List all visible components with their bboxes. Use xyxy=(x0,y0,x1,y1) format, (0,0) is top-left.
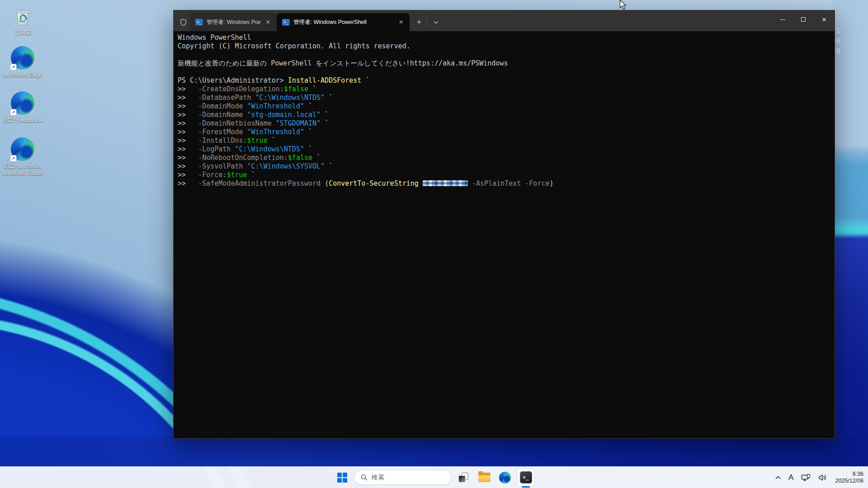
redacted-password xyxy=(423,180,468,186)
bginfo-fragment: 1 xyxy=(836,25,843,36)
tray-time: 6:36 xyxy=(835,471,863,478)
maximize-icon xyxy=(801,17,806,22)
shortcut-arrow-icon: ↗ xyxy=(10,109,17,116)
terminal-line: >> -SysvolPath "C:\Windows\SYSVOL" ` xyxy=(178,162,831,171)
taskbar: 検索 >_ A xyxy=(0,466,868,488)
task-view-icon xyxy=(458,472,469,483)
bginfo-fragment: 6 xyxy=(836,36,843,46)
terminal-tab-bar: >_ 管理者: Windows PowerShell ✕ >_ 管理者: Win… xyxy=(174,10,835,31)
folder-icon xyxy=(478,473,491,482)
window-controls: ✕ xyxy=(772,10,835,31)
speaker-icon xyxy=(818,474,827,481)
ime-mode-button[interactable]: A xyxy=(786,469,796,486)
taskbar-search-input[interactable]: 検索 xyxy=(354,470,452,485)
tab-bar-divider xyxy=(427,18,427,26)
ethernet-network-icon xyxy=(801,474,811,482)
tab-dropdown-button[interactable] xyxy=(429,14,443,30)
bginfo-fragment: 8 xyxy=(836,46,843,56)
search-placeholder: 検索 xyxy=(372,474,384,482)
chevron-up-icon xyxy=(775,476,781,479)
terminal-line: >> -DomainName "stg-domain.local" ` xyxy=(178,111,831,119)
taskbar-center-group: 検索 >_ xyxy=(333,467,535,488)
edge-icon: ↗ xyxy=(11,46,34,70)
desktop-icon-recycle-bin[interactable]: ごみ箱 xyxy=(1,6,44,36)
recycle-bin-icon xyxy=(12,6,33,27)
terminal-line: >> -DatabasePath "C:\Windows\NTDS" ` xyxy=(178,94,831,102)
terminal-line: >> -ForestMode "WinThreshold" ` xyxy=(178,128,831,136)
desktop-icon-label: EC2 Feedback xyxy=(3,117,42,123)
terminal-line xyxy=(178,68,831,76)
close-icon: ✕ xyxy=(822,16,827,23)
tab-title: 管理者: Windows PowerShell xyxy=(207,19,260,26)
tab-close-icon[interactable]: ✕ xyxy=(264,18,272,26)
bginfo-text-fragments: 1 6 8 xyxy=(836,25,843,56)
terminal-line: >> -LogPath "C:\Windows\NTDS" ` xyxy=(178,145,831,154)
terminal-line: 新機能と改善のために最新の PowerShell をインストールしてください!h… xyxy=(178,59,831,68)
tab-close-icon[interactable]: ✕ xyxy=(397,18,405,26)
close-button[interactable]: ✕ xyxy=(814,10,835,28)
volume-button[interactable] xyxy=(816,469,829,486)
wallpaper-right-bloom xyxy=(832,0,868,466)
terminal-line: >> -DomainMode "WinThreshold" ` xyxy=(178,102,831,111)
desktop-icon-ec2-feedback[interactable]: ↗ EC2 Feedback xyxy=(1,91,44,123)
tab-powershell-2-active[interactable]: >_ 管理者: Windows PowerShell ✕ xyxy=(277,13,410,31)
start-button[interactable] xyxy=(333,469,351,487)
desktop-icon-microsoft-edge[interactable]: ↗ Microsoft Edge xyxy=(1,46,44,78)
desktop-icon-label: ごみ箱 xyxy=(14,29,32,36)
chevron-down-icon xyxy=(434,21,439,24)
tray-date: 2025/12/06 xyxy=(835,478,863,484)
terminal-icon: >_ xyxy=(520,471,532,483)
terminal-line: >> -InstallDns:$true ` xyxy=(178,136,831,145)
new-tab-button[interactable]: + xyxy=(412,14,426,30)
running-app-indicator xyxy=(522,486,530,488)
terminal-line: PS C:\Users\Administrator> Install-ADDSF… xyxy=(178,76,831,85)
edge-icon: ↗ xyxy=(11,91,34,115)
terminal-line xyxy=(178,51,831,59)
powershell-icon: >_ xyxy=(195,19,203,26)
minimize-button[interactable] xyxy=(772,10,793,28)
terminal-buffer[interactable]: Windows PowerShellCopyright (C) Microsof… xyxy=(174,31,835,438)
desktop-icon-label: EC2 Microsoft Windows Guide xyxy=(1,163,44,176)
search-icon xyxy=(361,474,368,481)
file-explorer-button[interactable] xyxy=(475,469,493,487)
maximize-button[interactable] xyxy=(793,10,814,28)
wallpaper-bottom-bloom xyxy=(0,436,868,466)
minimize-icon xyxy=(780,19,785,20)
tab-title: 管理者: Windows PowerShell xyxy=(293,19,393,26)
desktop-icon-label: Microsoft Edge xyxy=(3,71,42,78)
mouse-cursor xyxy=(618,0,627,10)
windows-logo-icon xyxy=(337,473,347,483)
terminal-line: >> -NoRebootOnCompletion:$false ` xyxy=(178,154,831,162)
terminal-line: Copyright (C) Microsoft Corporation. All… xyxy=(178,42,831,51)
terminal-line: Windows PowerShell xyxy=(178,33,831,42)
edge-taskbar-button[interactable] xyxy=(496,469,514,487)
terminal-line: >> -CreateDnsDelegation:$false ` xyxy=(178,85,831,94)
edge-icon xyxy=(499,472,511,483)
admin-shield-icon xyxy=(176,13,190,31)
task-view-button[interactable] xyxy=(454,469,472,487)
tray-overflow-button[interactable] xyxy=(773,469,783,486)
shortcut-arrow-icon: ↗ xyxy=(10,155,17,162)
terminal-line: >> -SafeModeAdministratorPassword (Conve… xyxy=(178,179,831,188)
terminal-taskbar-button[interactable]: >_ xyxy=(517,469,535,487)
edge-icon: ↗ xyxy=(11,137,34,161)
system-tray: A 6:36 2025/12/06 xyxy=(773,467,863,488)
desktop-icon-ec2-windows-guide[interactable]: ↗ EC2 Microsoft Windows Guide xyxy=(1,137,44,176)
terminal-window: >_ 管理者: Windows PowerShell ✕ >_ 管理者: Win… xyxy=(173,10,835,439)
terminal-line: >> -Force:$true ` xyxy=(178,171,831,179)
terminal-line: >> -DomainNetbiosName "STGDOMAIN" ` xyxy=(178,119,831,128)
network-button[interactable] xyxy=(799,469,813,486)
tray-clock[interactable]: 6:36 2025/12/06 xyxy=(832,471,863,484)
powershell-icon: >_ xyxy=(282,19,290,26)
tab-powershell-1[interactable]: >_ 管理者: Windows PowerShell ✕ xyxy=(190,13,277,31)
shortcut-arrow-icon: ↗ xyxy=(10,64,17,70)
